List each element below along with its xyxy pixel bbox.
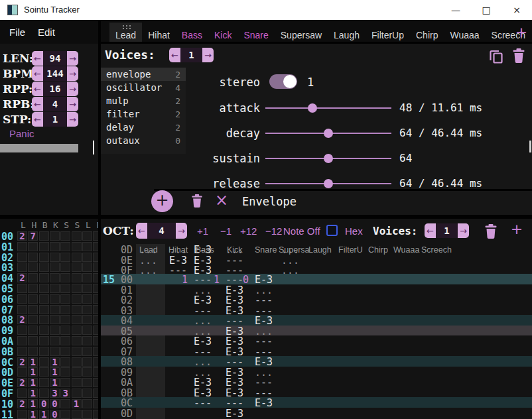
param-slider[interactable] [265,107,391,109]
order-cell[interactable]: 0 [50,399,60,408]
order-cell[interactable] [17,253,27,262]
order-cell[interactable] [17,263,27,272]
order-cell[interactable] [50,305,60,314]
order-cell[interactable] [17,347,27,356]
order-cell[interactable]: 7 [28,231,38,241]
order-cell[interactable] [82,231,92,241]
unit-row-envelope[interactable]: envelope2 [101,68,186,81]
order-cell[interactable] [93,273,98,282]
tab-lead[interactable]: Lead [109,23,142,44]
stepper-decrement-arrow[interactable]: ← [32,54,43,64]
order-cell[interactable] [82,389,92,398]
stepper-value[interactable]: 16 [43,82,67,96]
order-cell[interactable] [17,305,27,314]
order-cell[interactable] [50,326,60,335]
order-cell[interactable] [39,378,49,387]
order-cell[interactable] [72,378,82,387]
order-cell[interactable] [82,315,92,324]
stepper-increment-arrow[interactable]: → [176,226,187,236]
delete-track-icon[interactable] [484,223,498,239]
order-cell[interactable] [82,253,92,262]
order-cell[interactable] [28,273,38,282]
order-cell[interactable] [93,336,98,345]
order-cell[interactable] [39,242,49,251]
order-cell[interactable] [50,315,60,324]
order-cell[interactable]: 2 [17,399,27,408]
maximize-button[interactable]: □ [471,0,501,20]
stepper-increment-arrow[interactable]: → [67,54,78,64]
panic-button[interactable]: Panic [9,128,34,139]
transpose-button-−12[interactable]: −12 [265,225,282,237]
order-cell[interactable] [60,378,70,387]
tab-kick[interactable]: Kick [208,23,237,44]
hex-checkbox[interactable] [326,225,338,236]
stepper-decrement-arrow[interactable]: ← [32,69,43,79]
order-cell[interactable] [28,284,38,293]
stepper-decrement-arrow[interactable]: ← [32,99,43,109]
order-cell[interactable] [39,347,49,356]
order-cell[interactable] [28,263,38,272]
order-cell[interactable] [50,263,60,272]
order-cell[interactable] [39,336,49,345]
order-cell[interactable] [39,315,49,324]
order-cell[interactable] [72,347,82,356]
order-cell[interactable] [82,294,92,304]
slider-knob[interactable] [324,154,333,163]
stepper-value[interactable]: 4 [147,223,176,239]
stereo-toggle[interactable] [269,74,297,89]
transpose-button-+12[interactable]: +12 [240,225,257,237]
order-cell[interactable] [60,253,70,262]
order-cell[interactable] [60,315,70,324]
order-cell[interactable] [93,231,98,241]
order-cell[interactable] [93,378,98,387]
stepper-value[interactable]: 144 [43,66,67,81]
order-cell[interactable] [60,326,70,335]
order-cell[interactable] [60,410,70,419]
order-cell[interactable] [93,357,98,367]
order-cell[interactable] [93,326,98,335]
unit-row-oscillator[interactable]: oscillator4 [101,81,186,94]
order-cell[interactable] [39,389,49,398]
order-cell[interactable]: 1 [28,367,38,377]
order-cell[interactable] [50,231,60,241]
order-cell[interactable] [60,357,70,367]
slider-knob[interactable] [324,129,333,138]
minimize-button[interactable]: — [440,0,471,20]
order-cell[interactable] [39,231,49,241]
order-cell[interactable] [28,347,38,356]
order-cell[interactable]: 2 [17,273,27,282]
order-cell[interactable] [72,367,82,377]
order-cell[interactable] [60,305,70,314]
order-cell[interactable] [82,305,92,314]
order-cell[interactable] [72,410,82,419]
param-slider[interactable] [265,133,391,134]
order-cell[interactable] [39,367,49,377]
order-cell[interactable] [39,284,49,293]
order-cell[interactable]: 2 [17,231,27,241]
stepper-increment-arrow[interactable]: → [67,99,78,109]
order-cell[interactable] [60,294,70,304]
order-cell[interactable] [17,410,27,419]
order-cell[interactable]: 1 [39,410,49,419]
order-cell[interactable]: 1 [50,367,60,377]
stepper-decrement-arrow[interactable]: ← [169,50,180,60]
tab-laugh[interactable]: Laugh [328,23,366,44]
order-cell[interactable] [60,347,70,356]
order-cell[interactable]: 2 [17,378,27,387]
order-cell[interactable] [50,347,60,356]
order-cell[interactable]: 1 [28,357,38,367]
delete-unit-icon[interactable] [191,194,203,208]
stepper-value[interactable]: 1 [43,112,67,127]
order-cell[interactable] [50,242,60,251]
transpose-button-+1[interactable]: +1 [197,225,208,237]
tab-bass[interactable]: Bass [176,23,208,44]
order-cell[interactable] [93,294,98,304]
order-cell[interactable] [72,253,82,262]
unit-row-mulp[interactable]: mulp2 [101,94,186,107]
order-cell[interactable] [82,336,92,345]
order-cell[interactable]: 1 [50,378,60,387]
order-cell[interactable] [60,263,70,272]
param-slider[interactable] [265,183,391,184]
order-cell[interactable] [93,284,98,293]
tab-hihat[interactable]: Hihat [142,23,176,44]
